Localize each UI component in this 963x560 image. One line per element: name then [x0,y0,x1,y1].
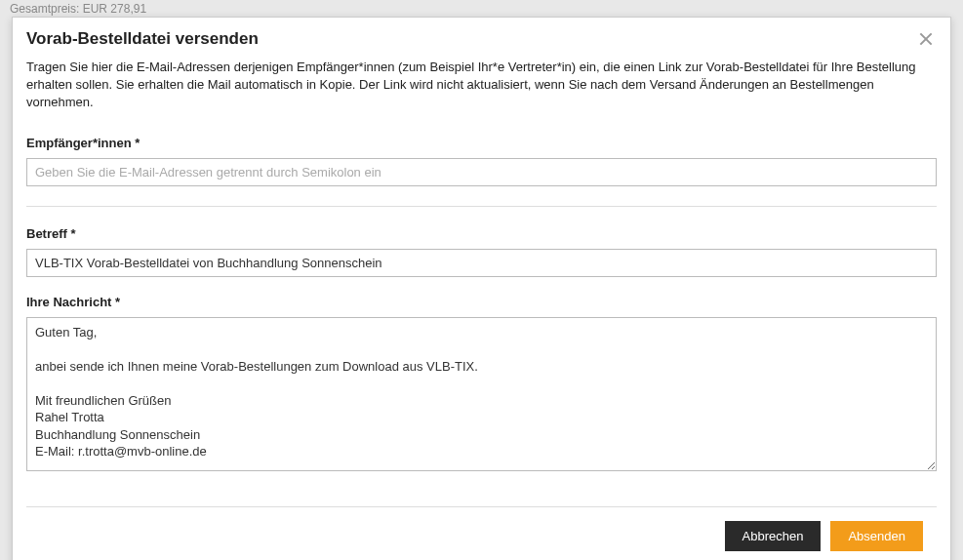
modal-body: Tragen Sie hier die E-Mail-Adressen derj… [13,59,950,506]
subject-group: Betreff * [26,226,937,277]
modal-title: Vorab-Bestelldatei versenden [26,29,259,49]
recipients-group: Empfänger*innen * [26,136,937,207]
modal-header: Vorab-Bestelldatei versenden [13,18,950,59]
modal-description: Tragen Sie hier die E-Mail-Adressen derj… [26,59,937,112]
message-textarea[interactable] [26,317,937,471]
close-icon[interactable] [917,29,937,49]
subject-label: Betreff * [26,226,937,241]
message-label: Ihre Nachricht * [26,295,937,309]
message-group: Ihre Nachricht * [26,295,937,475]
send-button[interactable]: Absenden [830,521,923,551]
send-preorder-modal: Vorab-Bestelldatei versenden Tragen Sie … [12,17,951,560]
cancel-button[interactable]: Abbrechen [725,521,822,551]
recipients-input[interactable] [26,158,937,186]
subject-input[interactable] [26,249,937,277]
background-total-price: Gesamtpreis: EUR 278,91 [10,2,146,16]
recipients-label: Empfänger*innen * [26,136,937,150]
modal-footer: Abbrechen Absenden [26,506,937,560]
